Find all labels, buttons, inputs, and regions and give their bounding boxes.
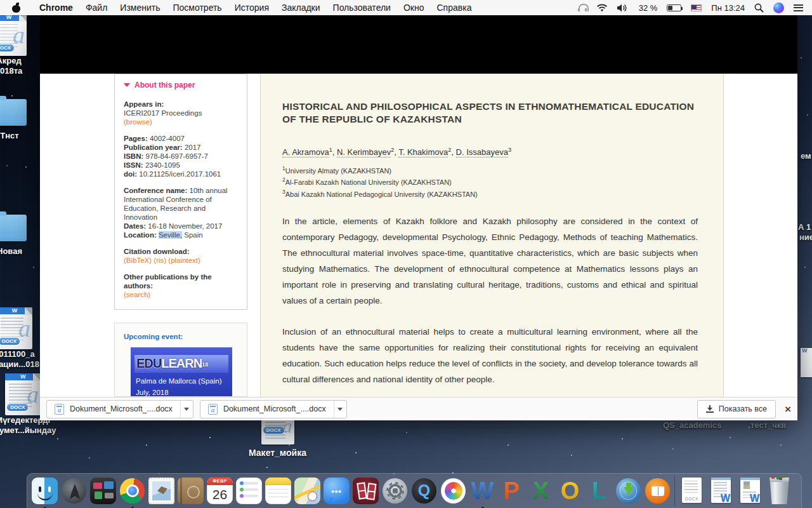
- dock-ibooks-icon[interactable]: [643, 476, 672, 505]
- edulearn-logo: EDULEARN18: [134, 355, 228, 373]
- author-link[interactable]: T. Khakimova: [398, 147, 448, 157]
- dock-notes-icon[interactable]: [264, 476, 292, 505]
- word-file-icon: a: [208, 404, 218, 415]
- dock-mail-icon[interactable]: [147, 476, 176, 505]
- siri-icon[interactable]: [773, 3, 784, 13]
- upcoming-event-panel: Upcoming event: EDULEARN18 Palma de Mall…: [114, 323, 247, 397]
- paper-content-panel: HISTORICAL AND PHILOSOPHICAL ASPECTS IN …: [260, 74, 724, 397]
- dock-photos-icon[interactable]: [439, 476, 468, 505]
- desktop-icon-tnst[interactable]: Тнст: [0, 99, 27, 141]
- dock: ФЕВР26 ••• Q W P X O L DOCX W W: [27, 473, 802, 508]
- download-item-2[interactable]: a Dokument_Microsoft_....docx: [200, 400, 347, 418]
- desktop-icon-akred[interactable]: W aDOCX Акред2018та: [0, 14, 27, 76]
- bibtex-link[interactable]: (BibTeX): [124, 257, 152, 264]
- affiliation: Abai Kazakh National Pedagogical Univers…: [285, 190, 478, 197]
- paper-title: HISTORICAL AND PHILOSOPHICAL ASPECTS IN …: [282, 100, 698, 126]
- dates-label: Dates:: [124, 222, 146, 230]
- folder-icon: [0, 99, 27, 126]
- ris-link[interactable]: (ris): [154, 257, 166, 264]
- isbn-value: 978-84-697-6957-7: [146, 152, 208, 160]
- dock-powerpoint-icon[interactable]: P: [497, 476, 526, 505]
- search-authors-link[interactable]: (search): [124, 290, 238, 299]
- paper-authors: A. Akramova1, N. Kerimbayev2, T. Khakimo…: [282, 147, 698, 157]
- dock-chrome-icon[interactable]: [118, 476, 147, 505]
- location-selected-text: Seville,: [159, 231, 182, 239]
- pages-label: Pages:: [124, 135, 148, 142]
- abstract-paragraph: Inclusion of an ethnocultural material h…: [282, 324, 698, 387]
- author-link[interactable]: A. Akramova: [282, 147, 329, 157]
- dock-finder-icon[interactable]: [30, 476, 59, 505]
- show-all-downloads-button[interactable]: Показать все: [697, 400, 776, 418]
- abstract-paragraph: In the article, elements of Kazakh folkl…: [282, 213, 698, 309]
- dock-messages-icon[interactable]: •••: [322, 476, 351, 505]
- appears-in-value: ICERI2017 Proceedings: [124, 109, 238, 117]
- pages-value: 4002-4007: [150, 135, 185, 142]
- dock-word-icon[interactable]: W: [468, 476, 497, 505]
- desktop-icon-novaya[interactable]: Новая: [0, 215, 27, 257]
- docx-file-icon: W aDOCX: [0, 14, 27, 56]
- dock-quicktime-icon[interactable]: Q: [410, 476, 438, 505]
- dock-download-manager-icon[interactable]: [614, 476, 643, 505]
- dock-lync-icon[interactable]: L: [585, 476, 613, 505]
- menu-help[interactable]: Справка: [431, 3, 478, 13]
- dock-mission-control-icon[interactable]: [89, 476, 117, 505]
- wifi-icon[interactable]: [596, 4, 608, 12]
- downloads-bar: a Dokument_Microsoft_....docx a Dokument…: [40, 397, 797, 420]
- menu-window[interactable]: Окно: [397, 3, 431, 13]
- dock-maps-icon[interactable]: [293, 476, 322, 505]
- dock-word-document-icon[interactable]: W: [707, 476, 735, 505]
- notification-center-icon[interactable]: [794, 4, 803, 11]
- spotlight-search-icon[interactable]: [754, 3, 764, 13]
- conference-name-label: Conference name:: [124, 187, 187, 194]
- about-paper-panel: About this paper Appears in: ICERI2017 P…: [114, 74, 247, 310]
- dock-outlook-icon[interactable]: O: [556, 476, 584, 505]
- headphones-icon[interactable]: [578, 4, 587, 11]
- dock-excel-icon[interactable]: X: [527, 476, 555, 505]
- dock-docx-stack-icon[interactable]: DOCX: [678, 476, 706, 505]
- battery-percent: 32 %: [639, 3, 658, 13]
- folder-icon: [0, 215, 27, 241]
- edulearn-banner[interactable]: EDULEARN18 Palma de Mallorca (Spain) Jul…: [131, 347, 232, 397]
- issn-value: 2340-1095: [145, 161, 180, 169]
- dock-photo-booth-icon[interactable]: [351, 476, 380, 505]
- dates-value: 16-18 November, 2017: [148, 222, 222, 230]
- volume-icon[interactable]: [617, 4, 629, 12]
- dock-trash-icon[interactable]: [765, 476, 794, 505]
- plaintext-link[interactable]: (plaintext): [168, 257, 200, 264]
- paper-page: About this paper Appears in: ICERI2017 P…: [40, 74, 797, 397]
- download-item-menu-button[interactable]: [180, 401, 193, 418]
- affiliation: Al-Farabi Kazakh National University (KA…: [285, 178, 452, 186]
- input-language-flag-icon[interactable]: [691, 4, 702, 11]
- dock-word-document-photo-icon[interactable]: W: [736, 476, 764, 505]
- desktop-label-test-chkv[interactable]: тест_чкв: [750, 420, 786, 431]
- menu-history[interactable]: История: [228, 3, 275, 13]
- menu-users[interactable]: Пользователи: [327, 3, 397, 13]
- dock-contacts-icon[interactable]: [176, 476, 205, 505]
- menu-clock[interactable]: Пн 13:24: [711, 3, 745, 13]
- apple-menu-icon[interactable]: [12, 3, 20, 13]
- dock-calendar-icon[interactable]: ФЕВР26: [206, 476, 234, 505]
- about-paper-toggle[interactable]: About this paper: [124, 81, 238, 90]
- page-header-black-area: [40, 15, 797, 74]
- author-link[interactable]: D. Issabayeva: [456, 147, 508, 157]
- dock-reminders-icon[interactable]: [235, 476, 263, 505]
- close-downloads-bar-button[interactable]: ×: [785, 404, 791, 415]
- doi-label: doi:: [124, 170, 137, 178]
- download-item-1[interactable]: a Dokument_Microsoft_....docx: [46, 400, 193, 418]
- menu-file[interactable]: Файл: [79, 3, 114, 13]
- docx-file-icon: W aDOCX: [0, 307, 32, 349]
- menu-view[interactable]: Посмотреть: [166, 3, 228, 13]
- menu-bookmarks[interactable]: Закладки: [275, 3, 327, 13]
- download-item-menu-button[interactable]: [334, 401, 346, 418]
- desktop-label-qs-academics[interactable]: QS_academics: [663, 420, 722, 431]
- browse-link[interactable]: (browse): [124, 117, 238, 126]
- menu-app-name[interactable]: Chrome: [33, 3, 79, 13]
- menu-edit[interactable]: Изменить: [114, 3, 166, 13]
- desktop-icon-0011100[interactable]: W aDOCX 0011100_aртации...018: [0, 307, 39, 370]
- dock-launchpad-icon[interactable]: [60, 476, 88, 505]
- download-icon: [706, 405, 714, 413]
- citation-download-label: Citation download:: [124, 248, 189, 255]
- dock-system-preferences-icon[interactable]: [381, 476, 409, 505]
- author-link[interactable]: N. Kerimbayev: [337, 147, 391, 157]
- word-file-icon: a: [55, 404, 64, 415]
